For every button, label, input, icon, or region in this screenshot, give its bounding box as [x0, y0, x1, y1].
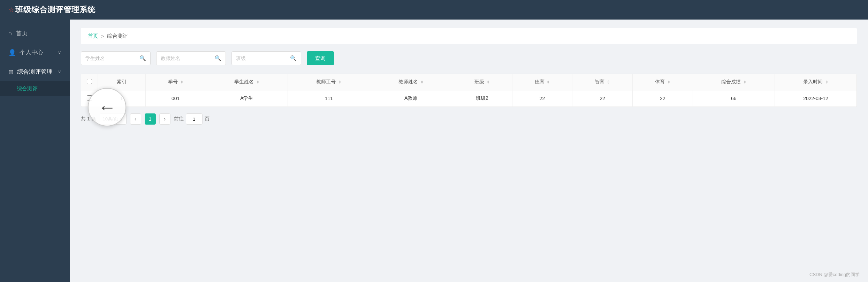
pagination-next[interactable]: ›	[159, 113, 170, 125]
breadcrumb-home[interactable]: 首页	[88, 33, 98, 39]
sort-icon-class: ⇕	[487, 80, 490, 84]
page-label: 页	[205, 116, 210, 122]
star-icon: ☆	[8, 6, 14, 14]
class-input[interactable]	[236, 55, 288, 61]
pagination-page-1[interactable]: 1	[145, 113, 156, 125]
pagination-prev[interactable]: ‹	[130, 113, 141, 125]
table-header-checkbox[interactable]	[81, 74, 98, 90]
class-field[interactable]: 🔍	[231, 51, 301, 65]
sidebar: ⌂ 首页 👤 个人中心 ∨ ⊞ 综合测评管理 ∨ 综合测评	[0, 20, 70, 282]
watermark: CSDN @爱coding的同学	[809, 272, 860, 278]
col-student-name[interactable]: 学生姓名 ⇕	[206, 74, 288, 90]
col-student-id[interactable]: 学号 ⇕	[145, 74, 206, 90]
col-class[interactable]: 班级 ⇕	[452, 74, 512, 90]
breadcrumb-separator: >	[101, 33, 104, 39]
sidebar-profile-label: 个人中心	[20, 49, 58, 57]
sidebar-item-profile[interactable]: 👤 个人中心 ∨	[0, 43, 70, 62]
col-total-score[interactable]: 综合成绩 ⇕	[693, 74, 775, 90]
data-table: 索引 学号 ⇕ 学生姓名 ⇕ 教师工号 ⇕ 教师姓名 ⇕ 班级 ⇕ 德育 ⇕ 智…	[81, 74, 857, 107]
sort-icon-teacher-id: ⇕	[338, 80, 341, 84]
teacher-name-field[interactable]: 🔍	[156, 51, 226, 65]
breadcrumb: 首页 > 综合测评	[81, 28, 857, 44]
grid-icon: ⊞	[8, 68, 14, 76]
student-name-input[interactable]	[85, 55, 137, 61]
person-icon: 👤	[8, 49, 16, 57]
sort-icon-student-id: ⇕	[180, 80, 183, 84]
sort-icon-total-score: ⇕	[743, 80, 746, 84]
cell-intellectual: 22	[572, 90, 633, 107]
col-entry-time[interactable]: 录入时间 ⇕	[775, 74, 856, 90]
search-icon-2: 🔍	[215, 55, 221, 61]
sort-icon-student-name: ⇕	[256, 80, 259, 84]
back-arrow-icon: ←	[98, 98, 116, 116]
goto-page-input[interactable]	[186, 113, 203, 125]
col-moral[interactable]: 德育 ⇕	[512, 74, 572, 90]
cell-class: 班级2	[452, 90, 512, 107]
pagination-goto: 前往 页	[174, 113, 210, 125]
query-button[interactable]: 查询	[307, 51, 334, 65]
cell-total-score: 66	[693, 90, 775, 107]
sidebar-item-assessment[interactable]: ⊞ 综合测评管理 ∨	[0, 62, 70, 81]
select-all-checkbox[interactable]	[87, 79, 92, 84]
chevron-down-icon-2: ∨	[58, 69, 61, 74]
chevron-down-icon: ∨	[58, 50, 61, 55]
home-icon: ⌂	[8, 30, 12, 37]
pagination: 共 1 条 10条/页 ▼ ‹ 1 › 前往 页	[81, 113, 857, 125]
app-title: 班级综合测评管理系统	[15, 5, 96, 15]
col-teacher-name[interactable]: 教师姓名 ⇕	[370, 74, 452, 90]
back-button[interactable]: ←	[88, 88, 126, 126]
cell-teacher-name: A教师	[370, 90, 452, 107]
cell-moral: 22	[512, 90, 572, 107]
cell-entry-time: 2022-03-12	[775, 90, 856, 107]
sidebar-comprehensive-label: 综合测评	[17, 86, 38, 92]
goto-label: 前往	[174, 116, 184, 122]
col-intellectual[interactable]: 智育 ⇕	[572, 74, 633, 90]
sort-icon-intellectual: ⇕	[607, 80, 610, 84]
col-teacher-id[interactable]: 教师工号 ⇕	[288, 74, 370, 90]
cell-student-name: A学生	[206, 90, 288, 107]
breadcrumb-current: 综合测评	[107, 33, 128, 39]
col-physical[interactable]: 体育 ⇕	[632, 74, 693, 90]
teacher-name-input[interactable]	[161, 55, 213, 61]
sort-icon-teacher-name: ⇕	[420, 80, 424, 84]
sort-icon-entry-time: ⇕	[825, 80, 828, 84]
cell-student-id: 001	[145, 90, 206, 107]
content-area: ← 首页 > 综合测评 🔍 🔍 🔍 查询	[70, 20, 868, 282]
sidebar-item-home[interactable]: ⌂ 首页	[0, 24, 70, 43]
sidebar-assessment-label: 综合测评管理	[17, 68, 58, 76]
search-icon-3: 🔍	[290, 55, 297, 61]
cell-physical: 22	[632, 90, 693, 107]
top-bar: ☆ 班级综合测评管理系统	[0, 0, 868, 20]
main-layout: ⌂ 首页 👤 个人中心 ∨ ⊞ 综合测评管理 ∨ 综合测评 ← 首	[0, 20, 868, 282]
table-row: 1 001 A学生 111 A教师 班级2 22 22 22 66 2022-0…	[81, 90, 856, 107]
sidebar-home-label: 首页	[16, 29, 61, 37]
sort-icon-moral: ⇕	[547, 80, 550, 84]
search-bar: 🔍 🔍 🔍 查询	[81, 51, 857, 65]
student-name-field[interactable]: 🔍	[81, 51, 151, 65]
sidebar-submenu: 综合测评	[0, 81, 70, 96]
search-icon-1: 🔍	[139, 55, 146, 61]
cell-teacher-id: 111	[288, 90, 370, 107]
sort-icon-physical: ⇕	[667, 80, 670, 84]
sidebar-item-comprehensive[interactable]: 综合测评	[0, 81, 70, 96]
